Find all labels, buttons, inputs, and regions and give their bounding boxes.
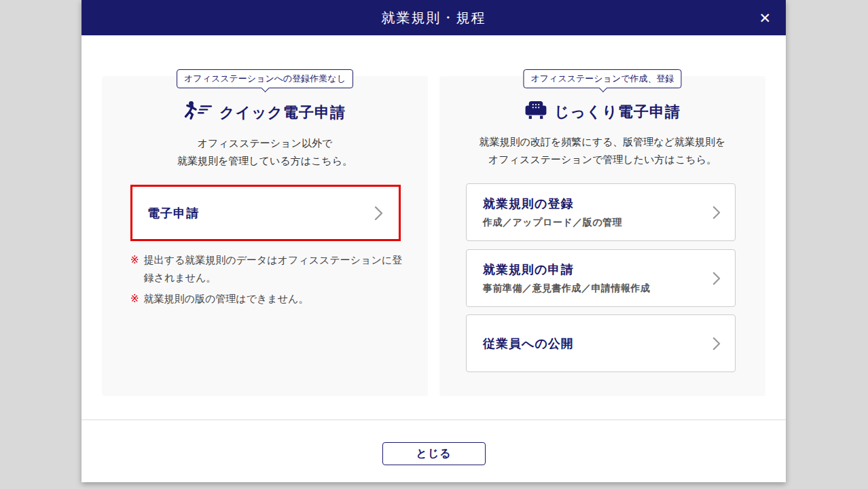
quick-panel-title: クイック電子申請 (219, 103, 346, 123)
thorough-panel-description: 就業規則の改訂を頻繁にする、版管理など就業規則を オフィスステーションで管理した… (439, 133, 765, 169)
e-application-button-label: 電子申請 (147, 205, 199, 221)
note-asterisk: ※ (130, 290, 139, 308)
e-application-button[interactable]: 電子申請 (130, 185, 401, 241)
footer-divider (82, 419, 786, 420)
chevron-right-icon (712, 205, 721, 220)
quick-panel-notes: ※ 提出する就業規則のデータはオフィスステーションに登録されません。 ※ 就業規… (130, 251, 403, 310)
thorough-panel-title: じっくり電子申請 (554, 102, 681, 122)
chevron-right-icon (712, 271, 721, 286)
work-rules-modal: 就業規則・規程 ✕ オフィスステーションへの登録作業なし (82, 0, 786, 482)
quick-panel-badge: オフィスステーションへの登録作業なし (177, 69, 353, 88)
quick-panel-title-row: クイック電子申請 (102, 101, 428, 125)
work-rules-application-button[interactable]: 就業規則の申請 事前準備／意見書作成／申請情報作成 (466, 249, 736, 307)
quick-panel-description: オフィスステーション以外で 就業規則を管理している方はこちら。 (102, 134, 428, 170)
button-title: 従業員への公開 (483, 336, 702, 352)
note-item: ※ 就業規則の版の管理はできません。 (130, 290, 403, 308)
modal-header: 就業規則・規程 ✕ (82, 0, 786, 35)
running-person-icon (184, 101, 213, 125)
employee-publication-button[interactable]: 従業員への公開 (466, 314, 736, 372)
note-asterisk: ※ (130, 251, 139, 287)
sofa-icon (524, 101, 547, 124)
modal-title: 就業規則・規程 (382, 9, 486, 27)
chevron-right-icon (712, 336, 721, 351)
note-text: 提出する就業規則のデータはオフィスステーションに登録されません。 (144, 251, 403, 287)
button-title: 就業規則の登録 (483, 196, 702, 212)
button-title: 就業規則の申請 (483, 261, 702, 278)
thorough-panel-title-row: じっくり電子申請 (439, 101, 765, 124)
work-rules-registration-button[interactable]: 就業規則の登録 作成／アップロード／版の管理 (466, 183, 736, 241)
button-subtitle: 事前準備／意見書作成／申請情報作成 (483, 283, 702, 295)
close-icon[interactable]: ✕ (756, 8, 774, 28)
close-button[interactable]: とじる (382, 442, 486, 465)
thorough-panel-badge: オフィスステーションで作成、登録 (523, 69, 681, 88)
chevron-right-icon (374, 205, 384, 221)
thorough-application-panel: オフィスステーションで作成、登録 じっくり電子申請 (439, 76, 765, 396)
quick-application-panel: オフィスステーションへの登録作業なし (102, 76, 428, 396)
note-item: ※ 提出する就業規則のデータはオフィスステーションに登録されません。 (130, 251, 403, 287)
button-subtitle: 作成／アップロード／版の管理 (483, 217, 702, 229)
note-text: 就業規則の版の管理はできません。 (144, 290, 309, 308)
